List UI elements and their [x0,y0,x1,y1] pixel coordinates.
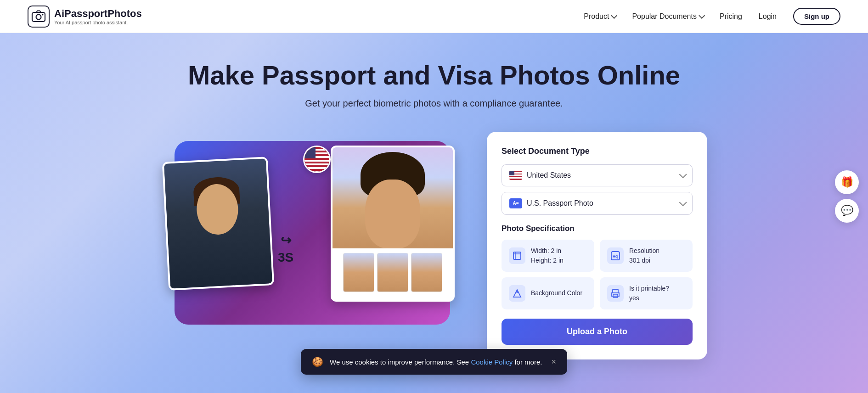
country-value: United States [527,171,571,180]
nav-pricing[interactable]: Pricing [720,12,742,21]
spec-grid: Width: 2 inHeight: 2 in HQ Resolution301… [502,240,693,309]
country-dropdown[interactable]: United States [502,164,693,186]
hero-subtitle: Get your perfect biometric photos with a… [305,98,563,109]
after-main-photo [333,147,453,248]
spec-title: Photo Specification [502,224,693,233]
us-flag-canton [304,147,316,158]
thumbnail-2 [377,253,408,292]
hero-section: Make Passport and Visa Photos Online Get… [0,33,868,393]
us-flag-circle [303,146,331,173]
doc-select-left: A= U.S. Passport Photo [509,198,593,208]
svg-rect-9 [613,289,618,293]
photo-after [331,146,455,302]
arrow-icon: ↪ [281,233,291,248]
chevron-down-icon [679,198,687,206]
logo-subtitle: Your AI passport photo assistant. [54,20,142,25]
country-select-left: United States [509,171,571,180]
spec-resolution-text: Resolution301 dpi [629,246,659,265]
float-buttons: 🎁 💬 [835,170,859,223]
arrow-3s: ↪ 3S [278,233,293,265]
hero-title: Make Passport and Visa Photos Online [188,61,680,90]
nav-login[interactable]: Login [759,12,777,21]
chat-button[interactable]: 💬 [835,199,859,223]
document-value: U.S. Passport Photo [527,199,593,208]
resolution-icon: HQ [607,247,624,264]
after-thumbnails [338,248,447,297]
chevron-down-icon [699,12,705,18]
document-type-dropdown[interactable]: A= U.S. Passport Photo [502,192,693,215]
svg-point-2 [42,14,44,15]
svg-rect-0 [32,12,45,22]
camera-icon [31,9,46,24]
header: AiPassportPhotos Your AI passport photo … [0,0,868,33]
size-icon [509,247,525,264]
cookie-close-button[interactable]: × [551,357,556,367]
document-type-icon: A= [509,198,522,208]
upload-button[interactable]: Upload a Photo [502,319,693,345]
nav-product[interactable]: Product [584,12,615,21]
logo-area[interactable]: AiPassportPhotos Your AI passport photo … [28,6,142,28]
spec-card-background: Background Color [502,277,594,309]
spec-printable-text: Is it printable?yes [629,284,669,303]
photo-before [162,157,274,291]
document-panel: Select Document Type United States [487,132,707,359]
spec-card-resolution: HQ Resolution301 dpi [600,240,693,272]
background-icon [509,285,525,302]
logo-text: AiPassportPhotos Your AI passport photo … [54,8,142,25]
cookie-banner: 🍪 We use cookies to improve performance.… [301,349,567,375]
svg-point-1 [36,14,41,19]
chevron-down-icon [611,12,617,18]
svg-point-8 [516,291,518,293]
spec-background-text: Background Color [531,288,582,298]
thumbnail-3 [411,253,442,292]
spec-size-text: Width: 2 inHeight: 2 in [531,246,564,265]
time-label: 3S [278,250,293,265]
svg-text:HQ: HQ [613,254,618,258]
spec-card-printable: Is it printable?yes [600,277,693,309]
after-face [365,180,420,248]
gift-button[interactable]: 🎁 [835,170,859,194]
face-silhouette [164,158,272,288]
nav: Product Popular Documents Pricing Login … [584,8,840,25]
hero-content: ↪ 3S [67,132,801,359]
us-flag [304,147,329,172]
thumbnail-1 [343,253,374,292]
hero-illustration: ↪ 3S [161,132,459,325]
svg-point-11 [617,294,618,295]
panel-title: Select Document Type [502,146,693,156]
printable-icon [607,285,624,302]
chevron-down-icon [679,170,687,178]
spec-card-size: Width: 2 inHeight: 2 in [502,240,594,272]
logo-icon [28,6,50,28]
upload-btn-container: Upload a Photo [502,319,693,345]
country-flag-icon [509,171,522,180]
logo-title: AiPassportPhotos [54,8,142,20]
cookie-policy-link[interactable]: Cookie Policy [471,358,513,366]
cookie-text: We use cookies to improve performance. S… [330,358,542,366]
svg-rect-3 [513,252,521,259]
signup-button[interactable]: Sign up [793,8,840,25]
nav-popular-docs[interactable]: Popular Documents [632,12,703,21]
cookie-icon: 🍪 [312,356,323,367]
